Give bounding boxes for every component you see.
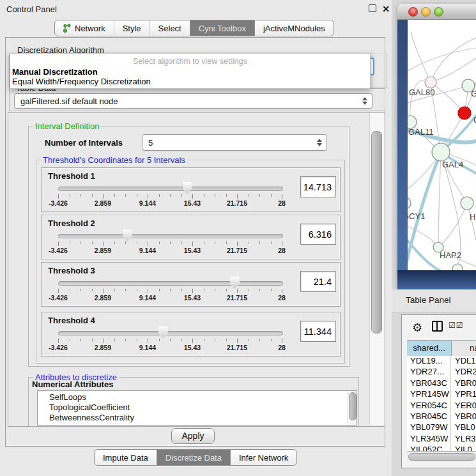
table-cell-name[interactable]: YBR0 — [451, 378, 476, 390]
table-header-name[interactable]: na — [452, 341, 476, 357]
table-row[interactable]: YBR045CYBR0 — [407, 411, 476, 423]
slider-major-tick — [192, 194, 193, 199]
table-cell-shared-name[interactable]: YER054C — [407, 401, 451, 412]
tab-cyni-toolbox[interactable]: Cyni Toolbox — [190, 20, 254, 36]
network-node-gal11[interactable] — [408, 116, 417, 128]
network-edge[interactable] — [411, 31, 431, 82]
table-row[interactable]: YIL052CYIL0 — [407, 445, 476, 451]
table-cell-shared-name[interactable]: YPR145W — [407, 389, 451, 401]
table-row[interactable]: YDL19...YDL1 — [407, 356, 476, 367]
attribute-list-item[interactable]: SelfLoops — [49, 392, 86, 402]
table-cell-name[interactable]: YER0 — [451, 401, 476, 412]
network-node-gcy1[interactable] — [408, 197, 411, 209]
threshold-slider-thumb[interactable] — [183, 182, 192, 194]
network-edge[interactable] — [431, 82, 464, 113]
table-cell-shared-name[interactable]: YDL19... — [407, 356, 451, 367]
table-cell-name[interactable]: YIL0 — [451, 445, 476, 451]
slider-minor-tick — [204, 339, 204, 341]
table-cell-name[interactable]: YPR1 — [451, 389, 476, 401]
float-window-icon[interactable] — [369, 4, 376, 12]
network-edge[interactable] — [431, 38, 476, 82]
threshold-value-field[interactable]: 6.316 — [300, 224, 336, 245]
table-cell-name[interactable]: YLR3 — [451, 434, 476, 445]
threshold-slider-track[interactable] — [58, 281, 283, 286]
numerical-attributes-list[interactable]: SelfLoopsTopologicalCoefficientBetweenne… — [37, 390, 357, 426]
tab-label: jActiveMNodules — [263, 24, 325, 33]
table-row[interactable]: YBR043CYBR0 — [407, 378, 476, 390]
tab-label: Select — [158, 24, 181, 33]
select-columns-icon[interactable]: ☑☑ — [449, 321, 464, 330]
dropdown-option-equal-width-frequency[interactable]: Equal Width/Frequency Discretization — [12, 77, 151, 86]
table-cell-name[interactable]: YBR0 — [451, 411, 476, 423]
table-row[interactable]: YPR145WYPR1 — [407, 389, 476, 401]
table-cell-name[interactable]: YBL0 — [451, 422, 476, 434]
threshold-slider-track[interactable] — [58, 234, 283, 238]
table-horizontal-scrollbar[interactable] — [407, 451, 476, 461]
mac-minimize-icon[interactable] — [421, 7, 431, 17]
list-scrollbar-thumb[interactable] — [349, 392, 357, 420]
mac-close-icon[interactable] — [408, 7, 418, 17]
bottom-tab-discretize-data[interactable]: Discretize Data — [157, 450, 230, 465]
table-row[interactable]: YDR27...YDR2 — [407, 367, 476, 378]
attribute-list-item[interactable]: TopologicalCoefficient — [49, 403, 130, 412]
network-node-gal4[interactable] — [432, 143, 450, 161]
tab-select[interactable]: Select — [150, 20, 190, 36]
threshold-label: Threshold 1 — [48, 171, 95, 181]
threshold-value-field[interactable]: 14.713 — [300, 176, 336, 197]
network-canvas[interactable]: GAL80GACGAL11GAL4GCY1HHAP2 — [408, 20, 476, 270]
tab-style[interactable]: Style — [114, 20, 150, 36]
table-row[interactable]: YBL079WYBL0 — [407, 422, 476, 434]
network-node-h[interactable] — [461, 197, 473, 210]
number-of-intervals-combobox[interactable]: 5 — [142, 134, 327, 151]
threshold-slider-track[interactable] — [58, 331, 283, 335]
network-edge[interactable] — [408, 48, 476, 71]
threshold-slider-thumb[interactable] — [158, 326, 168, 339]
table-cell-shared-name[interactable]: YBL079W — [407, 422, 451, 434]
table-cell-shared-name[interactable]: YBR043C — [407, 378, 451, 390]
table-cell-shared-name[interactable]: YLR345W — [407, 434, 451, 445]
network-node[interactable] — [452, 264, 463, 270]
slider-minor-tick — [159, 242, 160, 244]
threshold-value-field[interactable]: 21.4 — [300, 271, 336, 292]
network-node-gal80[interactable] — [425, 77, 436, 88]
network-edge[interactable] — [438, 203, 467, 247]
slider-tick-label: 15.43 — [176, 294, 208, 302]
slider-minor-tick — [226, 242, 227, 244]
slider-tick-label: 21.715 — [221, 294, 253, 302]
tab-network[interactable]: Network — [55, 20, 114, 36]
threshold-value-field[interactable]: 11.344 — [300, 321, 336, 342]
slider-major-tick — [148, 242, 148, 246]
close-window-icon[interactable]: ✕ — [381, 4, 390, 13]
slider-tick-label: 15.43 — [176, 247, 208, 254]
table-cell-shared-name[interactable]: YBR045C — [407, 411, 451, 423]
table-header-shared-name[interactable]: shared... — [407, 341, 452, 357]
slider-minor-tick — [137, 289, 137, 291]
mac-zoom-icon[interactable] — [434, 7, 443, 17]
threshold-slider-track[interactable] — [58, 187, 283, 191]
table-cell-shared-name[interactable]: YDR27... — [407, 367, 451, 378]
list-scrollbar[interactable] — [348, 391, 357, 425]
dropdown-hint-text: Select algorithm to view settings — [10, 57, 370, 66]
bottom-tab-infer-network[interactable]: Infer Network — [230, 450, 296, 465]
dropdown-option-manual-discretization[interactable]: Manual Discretization — [12, 67, 98, 77]
slider-tick-label: 21.715 — [221, 247, 253, 254]
gear-icon[interactable]: ⚙ — [412, 321, 422, 335]
vertical-scrollbar-thumb[interactable] — [371, 131, 382, 334]
apply-button[interactable]: Apply — [171, 428, 215, 444]
bottom-tab-impute-data[interactable]: Impute Data — [95, 450, 157, 465]
split-columns-icon[interactable] — [432, 321, 443, 332]
network-edge[interactable] — [438, 152, 441, 247]
table-row[interactable]: YLR345WYLR3 — [407, 434, 476, 445]
table-cell-name[interactable]: YDR2 — [451, 367, 476, 378]
table-cell-name[interactable]: YDL1 — [451, 356, 476, 367]
table-cell-shared-name[interactable]: YIL052C — [407, 445, 451, 451]
table-horizontal-scrollbar-thumb[interactable] — [408, 453, 475, 461]
tab-jactivemnodules[interactable]: jActiveMNodules — [254, 20, 334, 36]
table-row[interactable]: YER054CYER0 — [407, 401, 476, 412]
network-edge[interactable] — [431, 58, 476, 82]
threshold-slider-thumb[interactable] — [230, 277, 240, 289]
table-data-combobox[interactable]: galFiltered.sif default node — [14, 93, 372, 109]
threshold-slider-thumb[interactable] — [123, 229, 132, 242]
network-node-c[interactable] — [458, 107, 471, 119]
attribute-list-item[interactable]: BetweennessCentrality — [49, 413, 134, 422]
